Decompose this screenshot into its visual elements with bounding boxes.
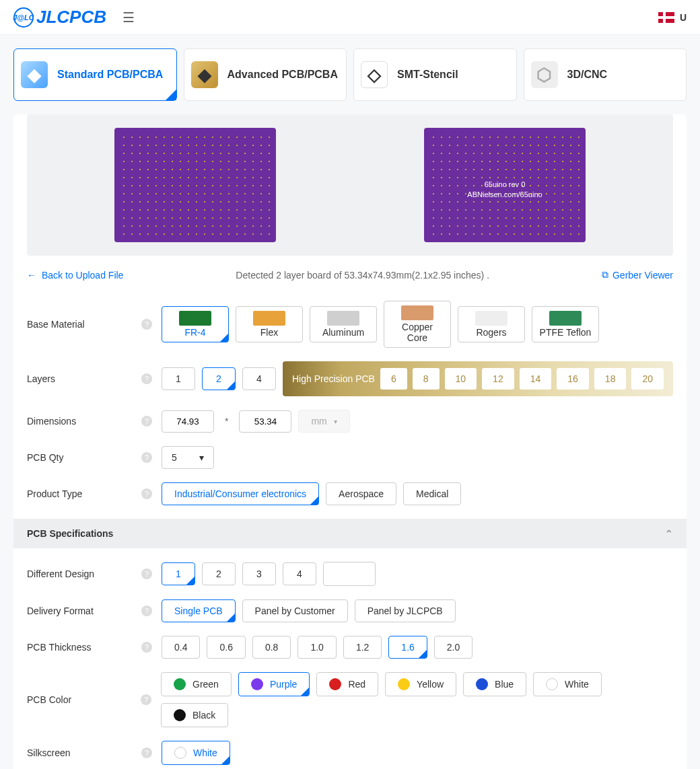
color-swatch [546, 678, 558, 690]
menu-icon[interactable]: ☰ [123, 9, 135, 26]
tab-standard-pcb-pcba[interactable]: ◆Standard PCB/PCBA [13, 48, 177, 101]
material-fr-4[interactable]: FR-4 [162, 306, 229, 342]
layer-16[interactable]: 16 [557, 368, 589, 390]
gerber-viewer-link[interactable]: ⧉ Gerber Viewer [602, 269, 673, 281]
color-black[interactable]: Black [161, 703, 228, 727]
delivery-label: Delivery Format [27, 606, 94, 616]
dimensions-label: Dimensions [27, 416, 76, 427]
thickness-1-0[interactable]: 1.0 [298, 636, 336, 659]
hp-label: High Precision PCB [292, 373, 375, 384]
help-icon[interactable]: ? [141, 452, 152, 463]
help-icon[interactable]: ? [141, 488, 152, 499]
help-icon[interactable]: ? [141, 373, 152, 384]
qty-select[interactable]: 5 ▾ [162, 446, 214, 469]
thickness-label: PCB Thickness [27, 642, 91, 653]
thickness-0-6[interactable]: 0.6 [207, 636, 245, 659]
layer-14[interactable]: 14 [520, 368, 552, 390]
tab-advanced-pcb-pcba[interactable]: ◆Advanced PCB/PCBA [184, 48, 347, 101]
tab-smt-stencil[interactable]: ◇SMT-Stencil [353, 48, 517, 101]
material-copper-core[interactable]: Copper Core [384, 301, 451, 348]
material-label: PTFE Teflon [540, 327, 592, 338]
dim-height-input[interactable] [239, 410, 291, 433]
layer-12[interactable]: 12 [482, 368, 514, 390]
material-label: Rogers [476, 327, 506, 338]
diff-design-custom[interactable] [323, 562, 376, 586]
layer-8[interactable]: 8 [413, 368, 440, 390]
layer-1[interactable]: 1 [162, 367, 195, 390]
thickness-0-8[interactable]: 0.8 [252, 636, 291, 659]
color-label: White [565, 679, 589, 690]
material-icon [327, 311, 359, 326]
diff-design-4[interactable]: 4 [283, 562, 316, 585]
high-precision-group: High Precision PCB68101214161820 [283, 361, 673, 396]
product-type-aerospace[interactable]: Aerospace [326, 482, 396, 505]
delivery-single-pcb[interactable]: Single PCB [162, 599, 236, 622]
material-ptfe-teflon[interactable]: PTFE Teflon [532, 306, 599, 342]
layer-4[interactable]: 4 [242, 367, 276, 390]
diff-design-options: 1234 [162, 562, 376, 586]
layer-10[interactable]: 10 [445, 368, 477, 390]
layer-18[interactable]: 18 [594, 368, 627, 390]
silkscreen-options: White [162, 741, 230, 765]
silkscreen-white[interactable]: White [162, 741, 230, 765]
locale[interactable]: U [658, 12, 687, 23]
layer-6[interactable]: 6 [380, 368, 407, 390]
material-aluminum[interactable]: Aluminum [310, 306, 377, 342]
pcb-top-image [114, 128, 276, 242]
color-red[interactable]: Red [316, 672, 378, 696]
help-icon[interactable]: ? [141, 606, 152, 616]
logo[interactable]: J@LC JLCPCB [13, 7, 106, 28]
header: J@LC JLCPCB ☰ U [0, 0, 700, 35]
color-label: Purple [270, 679, 297, 690]
color-row: PCB Color? GreenPurpleRedYellowBlueWhite… [13, 665, 687, 734]
product-type-medical[interactable]: Medical [403, 482, 461, 505]
help-icon[interactable]: ? [141, 642, 152, 653]
diff-design-label: Different Design [27, 569, 94, 579]
back-link[interactable]: ← Back to Upload File [27, 270, 123, 281]
help-icon[interactable]: ? [141, 747, 152, 758]
pcb-spec-header[interactable]: PCB Specifications ⌃ [13, 519, 687, 548]
layer-2[interactable]: 2 [202, 367, 236, 390]
base-material-label: Base Material [27, 319, 85, 330]
color-yellow[interactable]: Yellow [385, 672, 456, 696]
delivery-row: Delivery Format? Single PCBPanel by Cust… [13, 593, 687, 629]
thickness-0-4[interactable]: 0.4 [162, 636, 200, 659]
color-white[interactable]: White [533, 672, 602, 696]
thickness-1-6[interactable]: 1.6 [388, 636, 427, 659]
help-icon[interactable]: ? [141, 569, 152, 579]
help-icon[interactable]: ? [141, 694, 151, 705]
base-material-row: Base Material? FR-4FlexAluminumCopper Co… [13, 294, 687, 355]
diff-design-2[interactable]: 2 [202, 562, 236, 585]
diff-design-1[interactable]: 1 [162, 562, 195, 585]
color-green[interactable]: Green [161, 672, 232, 696]
help-icon[interactable]: ? [141, 416, 152, 427]
thickness-2-0[interactable]: 2.0 [434, 636, 473, 659]
material-flex[interactable]: Flex [236, 306, 303, 342]
color-blue[interactable]: Blue [463, 672, 526, 696]
diff-design-3[interactable]: 3 [242, 562, 276, 585]
tab-icon: ◆ [191, 61, 218, 88]
delivery-options: Single PCBPanel by CustomerPanel by JLCP… [162, 599, 456, 622]
delivery-panel-by-jlcpcb[interactable]: Panel by JLCPCB [355, 599, 456, 622]
dim-width-input[interactable] [162, 410, 214, 433]
material-icon [475, 311, 508, 326]
dim-unit: mm▾ [298, 410, 349, 433]
color-purple[interactable]: Purple [238, 672, 310, 696]
caret-down-icon: ▾ [199, 452, 204, 463]
layer-20[interactable]: 20 [631, 368, 664, 390]
product-type-options: Industrial/Consumer electronicsAerospace… [162, 482, 461, 505]
pcb-bottom-image: 65uino rev 0 ABNielsen.com/65uino [424, 128, 586, 242]
thickness-1-2[interactable]: 1.2 [343, 636, 382, 659]
tab-3d-cnc[interactable]: ⬡3D/CNC [524, 48, 687, 101]
service-tabs: ◆Standard PCB/PCBA◆Advanced PCB/PCBA◇SMT… [13, 48, 687, 101]
material-rogers[interactable]: Rogers [458, 306, 525, 342]
help-icon[interactable]: ? [141, 319, 152, 330]
logo-text: JLCPCB [36, 7, 106, 28]
config-panel: 65uino rev 0 ABNielsen.com/65uino ← Back… [13, 114, 687, 769]
material-label: Flex [260, 327, 278, 338]
tab-icon: ◆ [21, 61, 48, 88]
meta-row: ← Back to Upload File Detected 2 layer b… [13, 269, 687, 294]
material-icon [253, 311, 285, 326]
product-type-industrial-consumer-electronics[interactable]: Industrial/Consumer electronics [162, 482, 319, 505]
delivery-panel-by-customer[interactable]: Panel by Customer [242, 599, 348, 622]
